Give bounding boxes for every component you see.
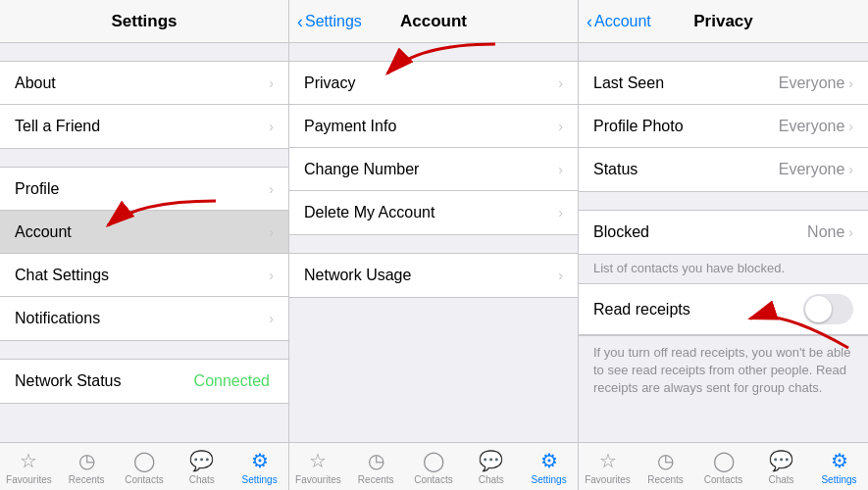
account-title: Account <box>400 12 467 31</box>
tab-favourites-2[interactable]: ☆ Favourites <box>289 449 347 485</box>
chevron-about: › <box>269 75 274 91</box>
favourites-label-2: Favourites <box>295 474 341 485</box>
chevron-notifications: › <box>269 311 274 326</box>
status-value: Everyone <box>779 161 845 178</box>
settings-group-1: About › Tell a Friend › <box>0 61 288 149</box>
tab-recents-2[interactable]: ◷ Recents <box>347 449 405 485</box>
privacy-back-label: Account <box>594 13 651 30</box>
settings-tab-bar: ☆ Favourites ◷ Recents ◯ Contacts 💬 Chat… <box>0 442 288 490</box>
account-header: ‹ Settings Account <box>289 0 578 43</box>
account-panel: ‹ Settings Account Privacy › Payment Inf… <box>289 0 579 490</box>
privacy-item-read-receipts[interactable]: Read receipts <box>579 284 868 335</box>
privacy-back-button[interactable]: ‹ Account <box>587 13 651 30</box>
chevron-blocked: › <box>848 224 853 240</box>
favourites-label: Favourites <box>6 474 52 485</box>
tab-recents-3[interactable]: ◷ Recents <box>637 449 694 485</box>
blocked-annotation: List of contacts you have blocked. <box>579 255 868 284</box>
chats-icon-3: 💬 <box>769 449 793 472</box>
contacts-icon-2: ◯ <box>423 449 444 472</box>
account-item-change-number[interactable]: Change Number › <box>289 148 578 191</box>
settings-group-3: Network Status Connected <box>0 359 288 404</box>
settings-group-2: Profile › Account › Chat Settings › Noti… <box>0 167 288 341</box>
recents-label-3: Recents <box>647 474 684 485</box>
privacy-item-blocked[interactable]: Blocked None › <box>579 211 868 254</box>
account-group-2: Network Usage › <box>289 253 578 298</box>
chevron-status: › <box>848 162 853 177</box>
account-item-network[interactable]: Network Usage › <box>289 254 578 297</box>
privacy-item-status[interactable]: Status Everyone › <box>579 148 868 191</box>
privacy-panel: ‹ Account Privacy Last Seen Everyone › P… <box>579 0 868 490</box>
privacy-group-1: Last Seen Everyone › Profile Photo Every… <box>579 61 868 192</box>
tab-settings-1[interactable]: ⚙ Settings <box>230 449 288 485</box>
privacy-title: Privacy <box>693 12 753 31</box>
account-item-privacy[interactable]: Privacy › <box>289 62 578 105</box>
tab-recents-1[interactable]: ◷ Recents <box>58 449 116 485</box>
account-item-delete[interactable]: Delete My Account › <box>289 191 578 234</box>
contacts-label: Contacts <box>125 474 163 485</box>
chevron-privacy: › <box>558 75 563 91</box>
contacts-icon: ◯ <box>133 449 155 472</box>
chevron-profile: › <box>269 181 274 197</box>
settings-tab-label-2: Settings <box>532 474 567 485</box>
back-chevron-icon: ‹ <box>297 13 303 30</box>
read-receipts-content: Read receipts <box>593 301 803 318</box>
settings-tab-label-3: Settings <box>821 474 856 485</box>
privacy-header: ‹ Account Privacy <box>579 0 868 43</box>
settings-icon: ⚙ <box>251 449 269 472</box>
favourites-icon-3: ☆ <box>599 449 617 472</box>
favourites-icon-2: ☆ <box>309 449 327 472</box>
blocked-value: None <box>807 223 844 241</box>
contacts-label-2: Contacts <box>414 474 452 485</box>
settings-item-network[interactable]: Network Status Connected <box>0 360 288 403</box>
privacy-item-profile-photo[interactable]: Profile Photo Everyone › <box>579 105 868 148</box>
tab-favourites-1[interactable]: ☆ Favourites <box>0 449 58 485</box>
contacts-label-3: Contacts <box>704 474 742 485</box>
tab-settings-2[interactable]: ⚙ Settings <box>520 449 578 485</box>
settings-item-chat[interactable]: Chat Settings › <box>0 254 288 297</box>
read-receipts-description: If you turn off read receipts, you won't… <box>579 336 868 408</box>
settings-item-profile[interactable]: Profile › <box>0 168 288 211</box>
tab-settings-3[interactable]: ⚙ Settings <box>810 449 868 485</box>
privacy-group-3: Read receipts <box>579 284 868 336</box>
account-back-button[interactable]: ‹ Settings <box>297 13 362 30</box>
settings-item-account[interactable]: Account › <box>0 211 288 254</box>
tab-chats-3[interactable]: 💬 Chats <box>752 449 810 485</box>
chevron-change-number: › <box>558 162 563 177</box>
privacy-content: Last Seen Everyone › Profile Photo Every… <box>579 43 868 442</box>
tab-contacts-1[interactable]: ◯ Contacts <box>116 449 174 485</box>
chevron-last-seen: › <box>848 75 853 91</box>
chevron-chat: › <box>269 268 274 283</box>
tab-favourites-3[interactable]: ☆ Favourites <box>579 449 637 485</box>
tab-chats-1[interactable]: 💬 Chats <box>173 449 230 485</box>
recents-label: Recents <box>69 474 105 485</box>
read-receipts-toggle[interactable] <box>803 294 853 324</box>
recents-icon-3: ◷ <box>657 449 674 472</box>
favourites-icon: ☆ <box>20 449 37 472</box>
network-status-value: Connected <box>194 372 270 390</box>
account-item-payment[interactable]: Payment Info › <box>289 105 578 148</box>
account-back-label: Settings <box>305 13 362 30</box>
chevron-network: › <box>558 268 563 283</box>
toggle-thumb <box>805 296 832 322</box>
chevron-profile-photo: › <box>848 119 853 134</box>
privacy-tab-bar: ☆ Favourites ◷ Recents ◯ Contacts 💬 Chat… <box>579 442 868 490</box>
tab-chats-2[interactable]: 💬 Chats <box>462 449 520 485</box>
settings-item-tell-a-friend[interactable]: Tell a Friend › <box>0 105 288 148</box>
settings-item-about[interactable]: About › <box>0 62 288 105</box>
chevron-account: › <box>269 224 274 240</box>
settings-panel: Settings About › Tell a Friend › Profile… <box>0 0 289 490</box>
account-tab-bar: ☆ Favourites ◷ Recents ◯ Contacts 💬 Chat… <box>289 442 578 490</box>
profile-photo-value: Everyone <box>779 118 845 135</box>
settings-item-notifications[interactable]: Notifications › <box>0 297 288 340</box>
tab-contacts-2[interactable]: ◯ Contacts <box>405 449 463 485</box>
recents-label-2: Recents <box>358 474 394 485</box>
settings-tab-label: Settings <box>242 474 278 485</box>
privacy-item-last-seen[interactable]: Last Seen Everyone › <box>579 62 868 105</box>
last-seen-value: Everyone <box>779 74 845 92</box>
recents-icon-2: ◷ <box>368 449 384 472</box>
settings-header: Settings <box>0 0 288 43</box>
chats-label-2: Chats <box>479 474 504 485</box>
tab-contacts-3[interactable]: ◯ Contacts <box>694 449 752 485</box>
back-chevron-icon-2: ‹ <box>587 13 592 30</box>
recents-icon: ◷ <box>78 449 95 472</box>
